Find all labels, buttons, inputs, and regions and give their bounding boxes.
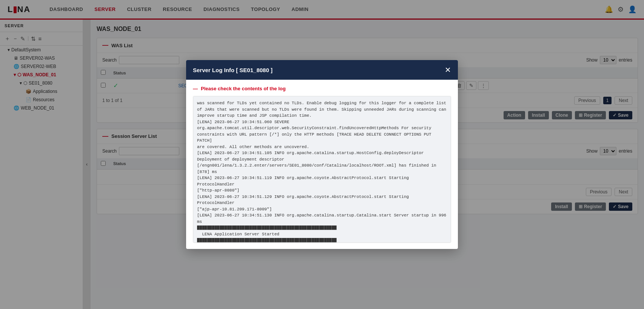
modal-warning: Please check the contents of the log [193, 86, 451, 91]
modal-close-button[interactable]: ✕ [445, 65, 451, 74]
modal-body: Please check the contents of the log was… [186, 80, 458, 249]
log-modal: Server Log Info [ SE01_8080 ] ✕ Please c… [186, 60, 458, 249]
modal-overlay: Server Log Info [ SE01_8080 ] ✕ Please c… [0, 0, 644, 309]
modal-title: Server Log Info [ SE01_8080 ] [193, 67, 273, 73]
modal-warning-text: Please check the contents of the log [201, 86, 286, 91]
modal-header: Server Log Info [ SE01_8080 ] ✕ [186, 60, 458, 80]
log-content[interactable]: was scanned for TLDs yet contained no TL… [193, 96, 451, 243]
